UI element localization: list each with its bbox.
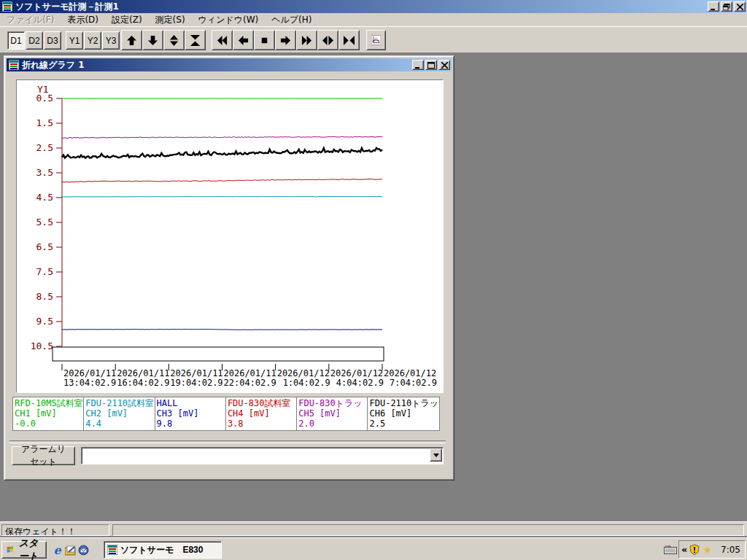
windows-flag-icon <box>7 545 13 554</box>
keyboard-icon[interactable] <box>664 545 677 556</box>
compress-horizontal-button[interactable] <box>338 30 360 50</box>
svg-text:19:04:02.9: 19:04:02.9 <box>170 378 222 388</box>
menu-settings[interactable]: 設定(Z) <box>105 12 149 28</box>
graph-display-button[interactable] <box>366 30 386 50</box>
toolbar-y1-button[interactable]: Y1 <box>66 31 83 50</box>
channel-value: 3.8 <box>228 419 295 429</box>
system-tray: « ★ 7:05 <box>678 540 746 559</box>
legend-cell-ch6: FDU-2110トラッ CH6 [mV] 2.5 <box>368 397 438 430</box>
start-button[interactable]: スタート <box>1 541 47 559</box>
child-maximize-button[interactable] <box>425 60 437 70</box>
chevron-down-icon <box>433 454 439 457</box>
star-icon[interactable]: ★ <box>703 544 712 556</box>
status-bar: 保存ウェイト！！ <box>0 521 747 538</box>
step-forward-button[interactable] <box>275 30 296 50</box>
svg-text:2026/01/12: 2026/01/12 <box>277 368 330 378</box>
menu-window[interactable]: ウィンドウ(W) <box>192 12 266 28</box>
menubar: ファイル(F) 表示(D) 設定(Z) 測定(S) ウィンドウ(W) ヘルプ(H… <box>0 13 747 26</box>
fast-rewind-button[interactable] <box>212 30 233 50</box>
toolbar-y2-button[interactable]: Y2 <box>84 31 101 50</box>
channel-value: 2.5 <box>369 419 437 429</box>
alarm-combobox[interactable] <box>81 447 444 464</box>
svg-text:0.5: 0.5 <box>36 93 53 104</box>
svg-text:4.5: 4.5 <box>36 192 53 203</box>
minimize-button[interactable] <box>708 1 719 12</box>
svg-text:1:04:02.9: 1:04:02.9 <box>283 378 330 388</box>
fast-forward-button[interactable] <box>296 30 317 50</box>
restore-button[interactable] <box>721 1 732 12</box>
svg-text:7:04:02.9: 7:04:02.9 <box>390 378 437 388</box>
expand-horizontal-button[interactable] <box>317 30 338 50</box>
alarm-reset-button[interactable]: アラームリセット <box>12 446 75 465</box>
stop-icon <box>259 34 270 47</box>
fast-forward-icon <box>301 34 312 47</box>
child-minimize-button[interactable] <box>412 60 424 70</box>
svg-text:13:04:02.9: 13:04:02.9 <box>63 378 116 388</box>
channel-value: 9.8 <box>157 419 224 429</box>
toolbar-d3-button[interactable]: D3 <box>44 31 61 50</box>
menu-help[interactable]: ヘルプ(H) <box>265 12 318 28</box>
combobox-dropdown-button[interactable] <box>430 448 442 462</box>
toolbar-d2-button[interactable]: D2 <box>26 31 43 50</box>
window-title: ソフトサーモ計測－計測1 <box>15 1 119 13</box>
graph-window-icon <box>9 60 19 70</box>
legend-cell-ch3: HALL CH3 [mV] 9.8 <box>155 397 226 430</box>
taskbar-app-label: ソフトサーモ E830 <box>120 544 203 556</box>
app-icon <box>107 545 117 555</box>
svg-text:2026/01/12: 2026/01/12 <box>384 368 436 378</box>
channel-label: CH5 [mV] <box>298 408 365 419</box>
step-back-icon <box>238 34 249 47</box>
svg-text:1.5: 1.5 <box>36 117 53 128</box>
outlook-express-icon[interactable] <box>77 544 90 556</box>
channel-label: CH2 [mV] <box>85 408 152 419</box>
channel-legend-table: RFD-10MS試料室 CH1 [mV] -0.0 FDU-2110試料室 CH… <box>12 397 440 431</box>
compress-vertical-button[interactable] <box>185 30 206 50</box>
status-panel-2 <box>112 524 744 536</box>
menu-view[interactable]: 表示(D) <box>61 12 105 28</box>
step-back-button[interactable] <box>233 30 254 50</box>
separator-line <box>9 440 446 443</box>
internet-explorer-icon[interactable]: e <box>51 544 63 556</box>
stop-button[interactable] <box>254 30 275 50</box>
minimize-icon <box>710 4 717 10</box>
alarm-combobox-value[interactable] <box>81 447 444 464</box>
channel-label: CH4 [mV] <box>228 408 295 419</box>
channel-name: FDU-830トラッ <box>298 398 365 408</box>
expand-vertical-button[interactable] <box>163 30 185 50</box>
channel-label: CH6 [mV] <box>369 408 437 419</box>
legend-cell-ch4: FDU-830試料室 CH4 [mV] 3.8 <box>226 397 297 430</box>
security-shield-icon[interactable] <box>689 544 700 556</box>
channel-name: HALL <box>157 398 224 408</box>
channel-name: FDU-2110試料室 <box>85 398 152 408</box>
collapse-chevrons-icon[interactable]: « <box>681 544 687 555</box>
channel-label: CH3 [mV] <box>157 408 224 419</box>
show-desktop-icon[interactable] <box>64 544 77 556</box>
line-graph-window: 折れ線グラフ 1 Y10.51.5 <box>4 55 454 481</box>
channel-name: FDU-2110トラッ <box>369 398 437 408</box>
channel-name: RFD-10MS試料室 <box>15 398 82 408</box>
mdi-background: 折れ線グラフ 1 Y10.51.5 <box>0 52 747 521</box>
close-button[interactable] <box>734 1 746 12</box>
taskbar: スタート e <box>0 537 747 560</box>
svg-text:8.5: 8.5 <box>36 291 53 302</box>
svg-text:2026/01/11: 2026/01/11 <box>170 368 222 378</box>
scroll-up-button[interactable] <box>121 30 142 50</box>
scroll-down-button[interactable] <box>142 30 163 50</box>
expand-vertical-icon <box>169 34 179 47</box>
taskbar-app-button[interactable]: ソフトサーモ E830 <box>104 541 222 559</box>
svg-text:3.5: 3.5 <box>36 167 53 178</box>
minimize-icon <box>414 62 422 69</box>
toolbar-d1-button[interactable]: D1 <box>7 31 25 50</box>
svg-text:2026/01/12: 2026/01/12 <box>330 368 383 378</box>
globe-mail-icon <box>78 545 89 556</box>
svg-text:2.5: 2.5 <box>36 142 53 153</box>
close-icon <box>737 4 743 10</box>
toolbar-y3-button[interactable]: Y3 <box>102 31 120 50</box>
menu-file[interactable]: ファイル(F) <box>0 12 61 28</box>
desktop-screen: ソフトサーモ計測－計測1 ファイル(F) 表示(D) 設定(Z) 測定(S) ウ… <box>0 0 747 560</box>
child-close-button[interactable] <box>438 60 450 70</box>
svg-text:10.5: 10.5 <box>31 341 53 351</box>
svg-text:9.5: 9.5 <box>36 316 53 327</box>
menu-measure[interactable]: 測定(S) <box>149 12 192 28</box>
app-icon <box>2 1 12 12</box>
